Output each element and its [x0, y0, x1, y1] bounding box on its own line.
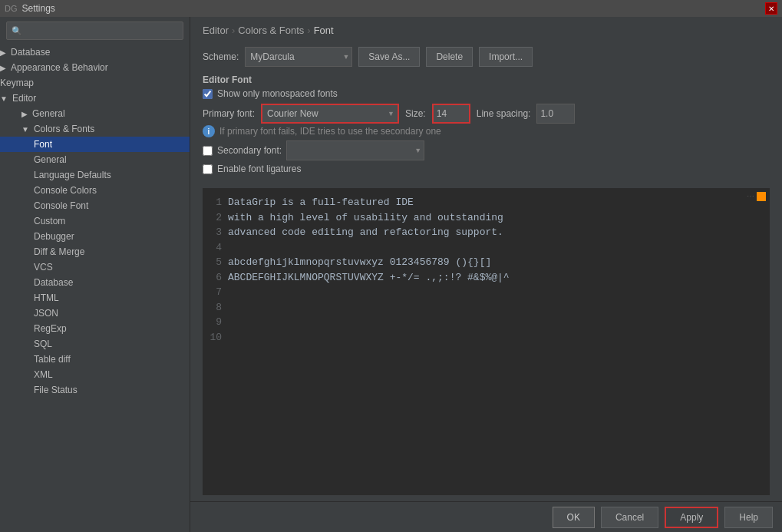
search-box[interactable]: 🔍 [6, 21, 183, 40]
sidebar-item-sql[interactable]: SQL [0, 336, 190, 352]
secondary-font-label[interactable]: Secondary font: [217, 145, 282, 156]
sidebar-item-table-diff[interactable]: Table diff [0, 352, 190, 367]
sidebar-item-file-status[interactable]: File Status [0, 382, 190, 398]
line-spacing-label: Line spacing: [477, 108, 531, 119]
sidebar-item-html[interactable]: HTML [0, 290, 190, 306]
arrow-icon: ▼ [0, 94, 8, 103]
info-text: If primary font fails, IDE tries to use … [219, 126, 441, 137]
arrow-icon: ▶ [21, 110, 28, 118]
ligatures-row: Enable font ligatures [203, 164, 770, 174]
settings-panel: Scheme: MyDarcula Default Darcula Save A… [190, 41, 782, 501]
size-input[interactable] [434, 108, 469, 119]
sidebar-item-keymap[interactable]: Keymap [0, 75, 190, 91]
resize-handle[interactable]: ⋯ [747, 192, 754, 200]
arrow-icon: ▶ [0, 64, 6, 72]
title-bar: DG Settings ✕ [0, 0, 782, 17]
content-area: Editor › Colors & Fonts › Font Scheme: M… [190, 17, 782, 532]
sidebar-item-general2[interactable]: General [0, 152, 190, 167]
search-input[interactable] [25, 25, 178, 36]
sidebar-item-language-defaults[interactable]: Language Defaults [0, 167, 190, 183]
close-button[interactable]: ✕ [765, 2, 777, 15]
sidebar-item-vcs[interactable]: VCS [0, 259, 190, 275]
sidebar-item-database[interactable]: ▶ Database [0, 45, 190, 60]
ligatures-label[interactable]: Enable font ligatures [217, 164, 301, 174]
primary-font-label: Primary font: [203, 108, 255, 119]
breadcrumb: Editor › Colors & Fonts › Font [190, 17, 782, 41]
size-input-box[interactable] [432, 104, 470, 124]
secondary-font-row: Secondary font: [203, 140, 770, 160]
save-as-button[interactable]: Save As... [358, 47, 420, 67]
size-label: Size: [405, 108, 426, 119]
orange-indicator [757, 192, 766, 201]
editor-font-section: Editor Font Show only monospaced fonts P… [203, 74, 770, 174]
sidebar-item-json[interactable]: JSON [0, 306, 190, 321]
arrow-icon: ▼ [21, 125, 29, 134]
info-icon: i [203, 125, 215, 137]
scheme-select-wrapper: MyDarcula Default Darcula [245, 47, 352, 67]
arrow-icon: ▶ [0, 48, 6, 57]
sidebar-item-general[interactable]: ▶ General [0, 106, 190, 121]
cancel-button[interactable]: Cancel [601, 507, 658, 528]
sidebar-item-regexp[interactable]: RegExp [0, 321, 190, 336]
show-monospaced-checkbox[interactable] [203, 89, 213, 99]
secondary-font-select[interactable] [286, 140, 424, 160]
show-monospaced-label[interactable]: Show only monospaced fonts [217, 88, 338, 99]
sidebar-item-console-colors[interactable]: Console Colors [0, 183, 190, 198]
import-button[interactable]: Import... [479, 47, 533, 67]
preview-line: 4 [206, 240, 769, 256]
sidebar-item-diff-merge[interactable]: Diff & Merge [0, 244, 190, 259]
preview-line: 2 with a high level of usability and out… [206, 210, 769, 226]
sidebar-item-colors-fonts[interactable]: ▼ Colors & Fonts [0, 121, 190, 137]
sidebar-item-custom[interactable]: Custom [0, 213, 190, 229]
preview-line: 8 [206, 300, 769, 316]
help-button[interactable]: Help [724, 507, 773, 528]
info-row: i If primary font fails, IDE tries to us… [203, 125, 770, 137]
sidebar-item-database2[interactable]: Database [0, 275, 190, 290]
preview-line: 3 advanced code editing and refactoring … [206, 225, 769, 240]
sidebar-item-appearance-behavior[interactable]: ▶ Appearance & Behavior [0, 60, 190, 75]
preview-line: 6 ABCDEFGHIJKLMNOPQRSTUVWXYZ +-*/= .,;:!… [206, 270, 769, 286]
preview-line: 10 [206, 330, 769, 345]
footer: OK Cancel Apply Help [190, 501, 782, 532]
app-icon: DG [5, 4, 18, 13]
preview-area: ⋯ 1 DataGrip is a full-featured IDE 2 wi… [203, 188, 770, 495]
primary-font-select[interactable]: ▼ [261, 104, 399, 124]
line-spacing-input-box[interactable] [536, 104, 575, 124]
sidebar-item-editor[interactable]: ▼ Editor [0, 91, 190, 106]
preview-line: 9 [206, 315, 769, 330]
line-spacing-input[interactable] [537, 108, 574, 119]
ok-button[interactable]: OK [553, 507, 595, 528]
scheme-row: Scheme: MyDarcula Default Darcula Save A… [203, 47, 770, 67]
secondary-font-select-wrapper [286, 140, 424, 160]
sidebar: 🔍 ▶ Database ▶ Appearance & Behavior Key… [0, 17, 190, 532]
scheme-select[interactable]: MyDarcula Default Darcula [245, 47, 352, 67]
preview-line: 1 DataGrip is a full-featured IDE [206, 195, 769, 210]
ligatures-checkbox[interactable] [203, 164, 213, 174]
section-title: Editor Font [203, 74, 770, 85]
primary-font-input[interactable] [262, 108, 398, 119]
delete-button[interactable]: Delete [426, 47, 473, 67]
scheme-label: Scheme: [203, 51, 239, 62]
apply-button[interactable]: Apply [665, 507, 718, 528]
preview-content: 1 DataGrip is a full-featured IDE 2 with… [203, 195, 769, 345]
font-dropdown-arrow: ▼ [388, 110, 394, 117]
search-icon: 🔍 [12, 26, 22, 36]
preview-line: 7 [206, 285, 769, 300]
sidebar-item-console-font[interactable]: Console Font [0, 198, 190, 213]
primary-font-row: Primary font: ▼ Size: Line spacing: [203, 104, 770, 124]
window-title: Settings [22, 3, 55, 14]
sidebar-item-xml[interactable]: XML [0, 367, 190, 382]
secondary-font-checkbox[interactable] [203, 146, 213, 156]
show-monospaced-row: Show only monospaced fonts [203, 88, 770, 99]
preview-line: 5 abcdefghijklmnopqrstuvwxyz 0123456789 … [206, 255, 769, 270]
sidebar-item-font[interactable]: Font [0, 137, 190, 152]
sidebar-item-debugger[interactable]: Debugger [0, 229, 190, 244]
